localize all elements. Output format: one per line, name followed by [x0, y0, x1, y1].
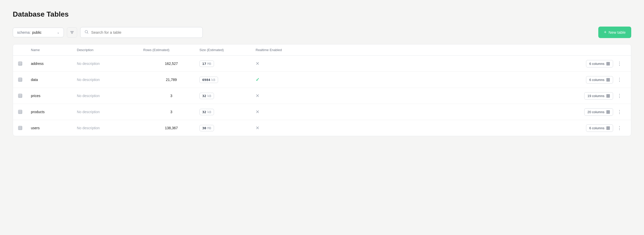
svg-rect-35 — [18, 110, 22, 114]
more-options-button[interactable]: ⋮ — [616, 76, 623, 84]
col-header-rows: Rows (Estimated) — [143, 48, 199, 52]
size-unit: MB — [207, 62, 211, 66]
chevron-down-icon: ⌄ — [57, 31, 59, 34]
page-title: Database Tables — [13, 10, 631, 18]
svg-rect-40 — [607, 110, 610, 113]
columns-button[interactable]: 6 columns — [586, 60, 613, 67]
col-header-size: Size (Estimated) — [199, 48, 256, 52]
svg-rect-20 — [607, 78, 610, 81]
table-type-icon — [18, 110, 31, 114]
filter-icon — [70, 30, 74, 34]
table-row: users No description 138,367 30 MB ✕ 6 c… — [13, 120, 631, 136]
table-type-icon — [18, 94, 31, 98]
table-name: address — [31, 62, 77, 66]
svg-rect-45 — [18, 126, 22, 130]
more-options-button[interactable]: ⋮ — [616, 108, 623, 116]
table-size: 6984 kB — [199, 77, 256, 83]
svg-rect-25 — [18, 94, 22, 98]
table-name: products — [31, 110, 77, 114]
col-header-name: Name — [31, 48, 77, 52]
col-header-realtime: Realtime Enabled — [256, 48, 567, 52]
realtime-disabled-icon: ✕ — [256, 61, 259, 66]
table-row: products No description 3 32 kB ✕ 20 col… — [13, 104, 631, 120]
table-rows-estimated: 3 — [143, 110, 199, 114]
svg-rect-30 — [607, 94, 610, 97]
columns-count-label: 6 columns — [589, 126, 604, 130]
table-description: No description — [77, 78, 143, 82]
size-unit: kB — [207, 94, 211, 98]
table-size: 32 kB — [199, 109, 256, 115]
filter-button[interactable] — [67, 27, 77, 38]
size-number: 32 — [202, 94, 206, 98]
database-tables-table: Name Description Rows (Estimated) Size (… — [13, 44, 631, 136]
col-header-more — [613, 48, 626, 52]
table-rows-estimated: 21,789 — [143, 78, 199, 82]
svg-line-4 — [87, 32, 88, 33]
svg-rect-10 — [607, 62, 610, 65]
table-name: users — [31, 126, 77, 130]
table-rows-estimated: 3 — [143, 94, 199, 98]
columns-button[interactable]: 6 columns — [586, 76, 613, 84]
table-type-icon — [18, 126, 31, 130]
table-type-icon — [18, 78, 31, 82]
table-actions: 6 columns — [567, 60, 613, 67]
columns-button[interactable]: 6 columns — [586, 124, 613, 132]
table-realtime: ✓ — [256, 77, 567, 83]
table-body: address No description 162,527 17 MB ✕ 6… — [13, 56, 631, 136]
columns-count-label: 20 columns — [588, 110, 604, 114]
search-bar — [80, 27, 203, 38]
schema-select[interactable]: schema: public ⌄ — [13, 28, 64, 37]
table-realtime: ✕ — [256, 61, 567, 66]
columns-icon — [606, 62, 610, 65]
more-options-button[interactable]: ⋮ — [616, 124, 623, 132]
table-more-actions: ⋮ — [613, 124, 626, 132]
columns-icon — [606, 126, 610, 130]
more-options-button[interactable]: ⋮ — [616, 60, 623, 67]
new-table-button[interactable]: + New table — [598, 27, 631, 38]
table-name: data — [31, 78, 77, 82]
size-unit: MB — [207, 126, 211, 130]
table-size: 17 MB — [199, 61, 256, 67]
realtime-disabled-icon: ✕ — [256, 93, 259, 99]
realtime-enabled-icon: ✓ — [256, 77, 259, 83]
size-number: 17 — [202, 62, 206, 66]
realtime-disabled-icon: ✕ — [256, 109, 259, 115]
table-more-actions: ⋮ — [613, 108, 626, 116]
table-actions: 20 columns — [567, 108, 613, 116]
table-description: No description — [77, 62, 143, 66]
svg-rect-50 — [607, 126, 610, 130]
columns-count-label: 19 columns — [588, 94, 604, 98]
toolbar: schema: public ⌄ + New table — [13, 27, 631, 38]
table-realtime: ✕ — [256, 93, 567, 99]
table-realtime: ✕ — [256, 125, 567, 131]
table-type-icon — [18, 62, 31, 66]
size-number: 32 — [202, 110, 206, 114]
new-table-label: New table — [609, 30, 626, 34]
table-rows-estimated: 138,367 — [143, 126, 199, 130]
columns-button[interactable]: 19 columns — [584, 92, 613, 100]
table-more-actions: ⋮ — [613, 76, 626, 84]
search-input[interactable] — [91, 30, 198, 34]
table-name: prices — [31, 94, 77, 98]
table-row: prices No description 3 32 kB ✕ 19 colum… — [13, 88, 631, 104]
col-header-description: Description — [77, 48, 143, 52]
search-icon — [85, 30, 89, 35]
more-options-button[interactable]: ⋮ — [616, 92, 623, 100]
plus-icon: + — [604, 30, 607, 35]
table-realtime: ✕ — [256, 109, 567, 115]
table-more-actions: ⋮ — [613, 92, 626, 100]
realtime-disabled-icon: ✕ — [256, 125, 259, 131]
table-row: address No description 162,527 17 MB ✕ 6… — [13, 56, 631, 72]
table-more-actions: ⋮ — [613, 60, 626, 67]
table-header: Name Description Rows (Estimated) Size (… — [13, 44, 631, 56]
columns-count-label: 6 columns — [589, 78, 604, 82]
table-actions: 6 columns — [567, 124, 613, 132]
col-header-actions — [567, 48, 613, 52]
columns-icon — [606, 94, 610, 98]
table-description: No description — [77, 110, 143, 114]
columns-button[interactable]: 20 columns — [584, 108, 613, 116]
table-actions: 6 columns — [567, 76, 613, 84]
table-size: 30 MB — [199, 125, 256, 131]
schema-value: public — [32, 30, 42, 34]
table-description: No description — [77, 126, 143, 130]
